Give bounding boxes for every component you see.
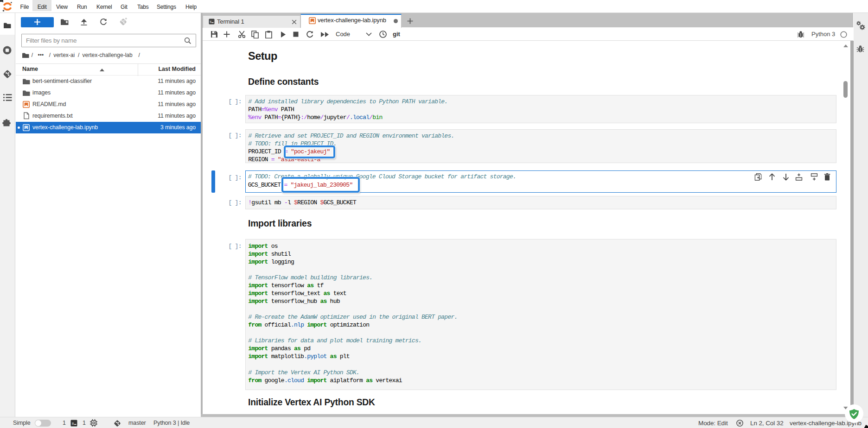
svg-text:s: s bbox=[72, 421, 74, 426]
svg-text:s: s bbox=[210, 20, 212, 24]
